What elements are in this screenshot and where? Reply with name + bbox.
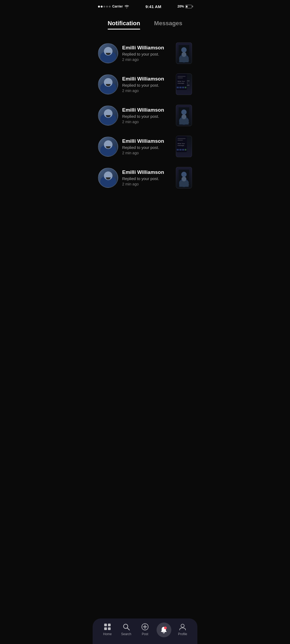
notif-action: Replied to your post. (122, 52, 172, 56)
tab-messages[interactable]: Messages (154, 20, 182, 30)
wifi-icon (124, 5, 129, 8)
svg-point-28 (179, 179, 189, 187)
avatar (98, 168, 118, 188)
svg-rect-18 (177, 138, 186, 139)
status-time: 9:41 AM (146, 4, 161, 9)
battery-indicator (185, 5, 192, 8)
notif-time: 2 min ago (122, 182, 172, 186)
thumb-svg-3: Gunjan Sharma (179, 170, 189, 186)
thumb-svg: Gunjan Sharma (179, 45, 189, 61)
notif-thumbnail: Gunjan Sharma (176, 167, 192, 188)
svg-text:Write Your: Write Your (177, 143, 185, 144)
notif-thumbnail: Write Your message... (176, 74, 192, 95)
notif-time: 2 min ago (122, 57, 172, 62)
signal-dot-5 (109, 6, 111, 8)
svg-point-15 (179, 117, 189, 125)
avatar (98, 137, 118, 157)
notification-content: Emilli Williamson Replied to your post. … (122, 169, 172, 186)
notification-item[interactable]: Emilli Williamson Replied to your post. … (97, 38, 193, 69)
avatar-container (98, 137, 118, 157)
chat-thumb-svg: Write Your message... (176, 74, 187, 90)
notification-content: Emilli Williamson Replied to your post. … (122, 76, 172, 93)
notification-content: Emilli Williamson Replied to your post. … (122, 45, 172, 62)
svg-rect-24 (182, 149, 184, 151)
svg-text:Gunjan Sharma: Gunjan Sharma (180, 122, 189, 123)
svg-rect-12 (185, 87, 186, 88)
avatar (98, 43, 118, 63)
avatar-container (98, 43, 118, 63)
notif-time: 2 min ago (122, 89, 172, 93)
chat-thumb-svg-2: Write Your message... (176, 136, 187, 152)
status-left: Carrier (98, 5, 129, 8)
notification-item[interactable]: Emilli Williamson Replied to your post. … (97, 100, 193, 131)
notif-action: Replied to your post. (122, 145, 172, 150)
notif-thumbnail: Gunjan Sharma (176, 42, 192, 64)
status-bar: Carrier 9:41 AM 20% (93, 0, 197, 12)
svg-text:Gunjan Sharma: Gunjan Sharma (180, 184, 189, 185)
notif-name: Emilli Williamson (122, 76, 172, 82)
svg-point-27 (181, 172, 187, 177)
svg-rect-6 (177, 78, 183, 78)
notif-name: Emilli Williamson (122, 169, 172, 175)
signal-dots (98, 6, 111, 8)
signal-dot-2 (101, 6, 103, 8)
notif-thumbnail: Write Your message... (176, 136, 192, 157)
notif-action: Replied to your post. (122, 114, 172, 119)
avatar-container (98, 74, 118, 94)
notif-time: 2 min ago (122, 151, 172, 155)
notif-action: Replied to your post. (122, 83, 172, 87)
signal-dot-1 (98, 6, 100, 8)
svg-rect-25 (185, 149, 186, 151)
svg-point-1 (181, 47, 187, 53)
avatar (98, 74, 118, 94)
notification-list: Emilli Williamson Replied to your post. … (93, 32, 197, 199)
svg-text:message...: message... (177, 145, 186, 146)
signal-dot-3 (103, 6, 105, 8)
svg-rect-23 (179, 149, 182, 151)
svg-rect-19 (177, 140, 183, 141)
svg-rect-5 (177, 76, 186, 77)
notif-action: Replied to your post. (122, 176, 172, 181)
notif-thumbnail: Gunjan Sharma (176, 105, 192, 126)
battery-fill (186, 6, 187, 8)
signal-dot-4 (106, 6, 108, 8)
notification-item[interactable]: Emilli Williamson Replied to your post. … (97, 69, 193, 100)
notif-name: Emilli Williamson (122, 107, 172, 113)
svg-text:Write Your: Write Your (177, 80, 185, 82)
notification-content: Emilli Williamson Replied to your post. … (122, 138, 172, 155)
notification-item[interactable]: Emilli Williamson Replied to your post. … (97, 131, 193, 162)
avatar-container (98, 168, 118, 188)
battery-percent: 20% (177, 5, 184, 8)
notification-content: Emilli Williamson Replied to your post. … (122, 107, 172, 124)
svg-text:Gunjan Sharma: Gunjan Sharma (180, 59, 189, 61)
notif-name: Emilli Williamson (122, 45, 172, 51)
notif-time: 2 min ago (122, 120, 172, 124)
avatar (98, 105, 118, 126)
svg-rect-22 (177, 149, 179, 151)
thumb-svg-2: Gunjan Sharma (179, 107, 189, 123)
svg-point-2 (179, 54, 189, 63)
notif-name: Emilli Williamson (122, 138, 172, 144)
status-right: 20% (177, 5, 192, 8)
svg-rect-10 (179, 87, 182, 88)
svg-point-14 (181, 109, 187, 115)
battery-bar (185, 5, 192, 8)
header-tabs: Notification Messages (93, 14, 197, 30)
tab-notification[interactable]: Notification (108, 20, 140, 30)
carrier-label: Carrier (112, 5, 123, 8)
svg-rect-11 (182, 87, 184, 88)
avatar-container (98, 105, 118, 126)
svg-text:message...: message... (177, 82, 186, 84)
notification-item[interactable]: Emilli Williamson Replied to your post. … (97, 162, 193, 193)
svg-rect-9 (177, 87, 179, 88)
